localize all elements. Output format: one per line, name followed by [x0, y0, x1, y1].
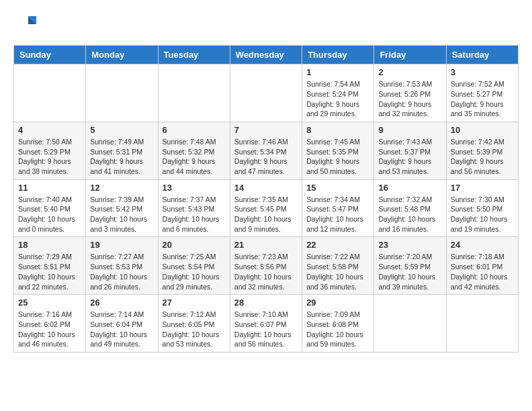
calendar-week-row: 25Sunrise: 7:16 AM Sunset: 6:02 PM Dayli… — [14, 295, 519, 353]
column-header-monday: Monday — [86, 46, 158, 64]
calendar-cell: 8Sunrise: 7:45 AM Sunset: 5:35 PM Daylig… — [302, 122, 374, 179]
calendar-cell: 26Sunrise: 7:14 AM Sunset: 6:04 PM Dayli… — [86, 295, 158, 353]
calendar-cell: 11Sunrise: 7:40 AM Sunset: 5:40 PM Dayli… — [14, 179, 86, 237]
day-number: 25 — [18, 298, 81, 308]
calendar-cell: 16Sunrise: 7:32 AM Sunset: 5:48 PM Dayli… — [374, 179, 446, 237]
day-number: 11 — [18, 183, 81, 193]
calendar-week-row: 1Sunrise: 7:54 AM Sunset: 5:24 PM Daylig… — [14, 64, 519, 122]
day-number: 17 — [451, 183, 514, 193]
calendar-cell: 9Sunrise: 7:43 AM Sunset: 5:37 PM Daylig… — [374, 122, 446, 179]
day-info: Sunrise: 7:48 AM Sunset: 5:32 PM Dayligh… — [163, 137, 226, 177]
day-number: 8 — [306, 125, 369, 135]
day-number: 27 — [163, 298, 226, 308]
calendar-cell: 22Sunrise: 7:22 AM Sunset: 5:58 PM Dayli… — [302, 237, 374, 295]
calendar-cell: 7Sunrise: 7:46 AM Sunset: 5:34 PM Daylig… — [230, 122, 302, 179]
calendar-cell: 2Sunrise: 7:53 AM Sunset: 5:26 PM Daylig… — [374, 64, 446, 122]
calendar-cell: 18Sunrise: 7:29 AM Sunset: 5:51 PM Dayli… — [14, 237, 86, 295]
day-info: Sunrise: 7:46 AM Sunset: 5:34 PM Dayligh… — [234, 137, 298, 177]
day-info: Sunrise: 7:53 AM Sunset: 5:26 PM Dayligh… — [378, 79, 441, 119]
day-info: Sunrise: 7:16 AM Sunset: 6:02 PM Dayligh… — [18, 310, 81, 349]
calendar-cell: 13Sunrise: 7:37 AM Sunset: 5:43 PM Dayli… — [158, 179, 230, 237]
calendar-cell: 25Sunrise: 7:16 AM Sunset: 6:02 PM Dayli… — [14, 295, 86, 353]
column-header-thursday: Thursday — [302, 46, 374, 64]
day-info: Sunrise: 7:22 AM Sunset: 5:58 PM Dayligh… — [306, 252, 369, 291]
day-info: Sunrise: 7:27 AM Sunset: 5:53 PM Dayligh… — [90, 252, 153, 291]
calendar-cell — [14, 64, 86, 122]
day-info: Sunrise: 7:14 AM Sunset: 6:04 PM Dayligh… — [90, 310, 153, 349]
day-number: 3 — [451, 67, 514, 77]
calendar-cell: 5Sunrise: 7:49 AM Sunset: 5:31 PM Daylig… — [86, 122, 158, 179]
calendar-cell — [230, 64, 302, 122]
column-header-sunday: Sunday — [14, 46, 86, 64]
day-info: Sunrise: 7:52 AM Sunset: 5:27 PM Dayligh… — [451, 79, 514, 119]
calendar-cell: 10Sunrise: 7:42 AM Sunset: 5:39 PM Dayli… — [446, 122, 518, 179]
day-number: 15 — [306, 183, 369, 193]
calendar-cell: 23Sunrise: 7:20 AM Sunset: 5:59 PM Dayli… — [374, 237, 446, 295]
calendar-cell: 28Sunrise: 7:10 AM Sunset: 6:07 PM Dayli… — [230, 295, 302, 353]
calendar-cell — [446, 295, 518, 353]
day-info: Sunrise: 7:45 AM Sunset: 5:35 PM Dayligh… — [306, 137, 369, 177]
day-info: Sunrise: 7:35 AM Sunset: 5:45 PM Dayligh… — [234, 195, 298, 234]
day-number: 5 — [90, 125, 153, 135]
day-info: Sunrise: 7:09 AM Sunset: 6:08 PM Dayligh… — [306, 310, 369, 349]
day-info: Sunrise: 7:43 AM Sunset: 5:37 PM Dayligh… — [378, 137, 441, 177]
day-info: Sunrise: 7:54 AM Sunset: 5:24 PM Dayligh… — [306, 79, 369, 119]
calendar-cell: 6Sunrise: 7:48 AM Sunset: 5:32 PM Daylig… — [158, 122, 230, 179]
calendar-table: SundayMondayTuesdayWednesdayThursdayFrid… — [13, 45, 519, 353]
day-number: 20 — [163, 240, 226, 250]
calendar-cell: 14Sunrise: 7:35 AM Sunset: 5:45 PM Dayli… — [230, 179, 302, 237]
day-info: Sunrise: 7:32 AM Sunset: 5:48 PM Dayligh… — [378, 195, 441, 234]
day-info: Sunrise: 7:20 AM Sunset: 5:59 PM Dayligh… — [378, 252, 441, 291]
day-info: Sunrise: 7:12 AM Sunset: 6:05 PM Dayligh… — [163, 310, 226, 349]
day-number: 29 — [306, 298, 369, 308]
day-info: Sunrise: 7:42 AM Sunset: 5:39 PM Dayligh… — [451, 137, 514, 177]
calendar-cell: 24Sunrise: 7:18 AM Sunset: 6:01 PM Dayli… — [446, 237, 518, 295]
logo — [13, 13, 36, 38]
day-info: Sunrise: 7:25 AM Sunset: 5:54 PM Dayligh… — [163, 252, 226, 291]
calendar-cell — [374, 295, 446, 353]
calendar-cell: 15Sunrise: 7:34 AM Sunset: 5:47 PM Dayli… — [302, 179, 374, 237]
column-header-wednesday: Wednesday — [230, 46, 302, 64]
calendar-week-row: 18Sunrise: 7:29 AM Sunset: 5:51 PM Dayli… — [14, 237, 519, 295]
page-header — [13, 13, 519, 38]
day-number: 28 — [234, 298, 298, 308]
calendar-week-row: 4Sunrise: 7:50 AM Sunset: 5:29 PM Daylig… — [14, 122, 519, 179]
day-info: Sunrise: 7:50 AM Sunset: 5:29 PM Dayligh… — [18, 137, 81, 177]
calendar-cell — [158, 64, 230, 122]
day-number: 10 — [451, 125, 514, 135]
calendar-header-row: SundayMondayTuesdayWednesdayThursdayFrid… — [14, 46, 519, 64]
day-number: 9 — [378, 125, 441, 135]
day-info: Sunrise: 7:49 AM Sunset: 5:31 PM Dayligh… — [90, 137, 153, 177]
day-number: 22 — [306, 240, 369, 250]
day-info: Sunrise: 7:23 AM Sunset: 5:56 PM Dayligh… — [234, 252, 298, 291]
day-info: Sunrise: 7:40 AM Sunset: 5:40 PM Dayligh… — [18, 195, 81, 234]
day-number: 24 — [451, 240, 514, 250]
day-number: 18 — [18, 240, 81, 250]
calendar-week-row: 11Sunrise: 7:40 AM Sunset: 5:40 PM Dayli… — [14, 179, 519, 237]
day-number: 14 — [234, 183, 298, 193]
day-info: Sunrise: 7:29 AM Sunset: 5:51 PM Dayligh… — [18, 252, 81, 291]
day-number: 19 — [90, 240, 153, 250]
day-number: 7 — [234, 125, 298, 135]
calendar-cell: 29Sunrise: 7:09 AM Sunset: 6:08 PM Dayli… — [302, 295, 374, 353]
calendar-cell: 4Sunrise: 7:50 AM Sunset: 5:29 PM Daylig… — [14, 122, 86, 179]
calendar-cell: 1Sunrise: 7:54 AM Sunset: 5:24 PM Daylig… — [302, 64, 374, 122]
column-header-saturday: Saturday — [446, 46, 518, 64]
calendar-cell: 20Sunrise: 7:25 AM Sunset: 5:54 PM Dayli… — [158, 237, 230, 295]
column-header-tuesday: Tuesday — [158, 46, 230, 64]
day-info: Sunrise: 7:37 AM Sunset: 5:43 PM Dayligh… — [163, 195, 226, 234]
day-number: 6 — [163, 125, 226, 135]
calendar-cell: 27Sunrise: 7:12 AM Sunset: 6:05 PM Dayli… — [158, 295, 230, 353]
column-header-friday: Friday — [374, 46, 446, 64]
day-number: 21 — [234, 240, 298, 250]
day-number: 2 — [378, 67, 441, 77]
calendar-cell: 17Sunrise: 7:30 AM Sunset: 5:50 PM Dayli… — [446, 179, 518, 237]
logo-icon — [15, 13, 36, 35]
day-info: Sunrise: 7:10 AM Sunset: 6:07 PM Dayligh… — [234, 310, 298, 349]
day-number: 13 — [163, 183, 226, 193]
day-number: 4 — [18, 125, 81, 135]
calendar-cell: 12Sunrise: 7:39 AM Sunset: 5:42 PM Dayli… — [86, 179, 158, 237]
calendar-cell: 3Sunrise: 7:52 AM Sunset: 5:27 PM Daylig… — [446, 64, 518, 122]
day-number: 12 — [90, 183, 153, 193]
calendar-cell — [86, 64, 158, 122]
